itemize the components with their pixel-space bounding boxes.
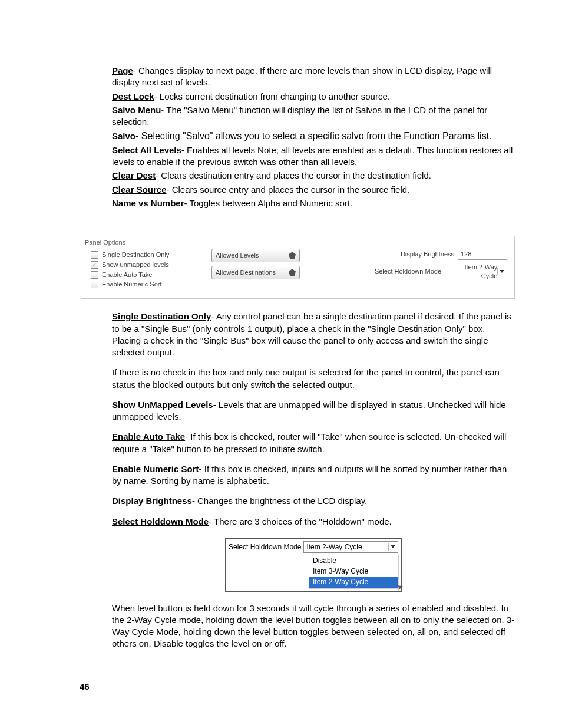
holddown-select[interactable]: Item 2-Way Cycle [445, 262, 507, 282]
checkbox-icon [91, 281, 98, 288]
allowed-levels-button[interactable]: Allowed Levels [211, 249, 300, 262]
hd-label: Select Holddown Mode [229, 542, 301, 552]
checkbox-icon [91, 251, 98, 259]
desc-db: Display Brightness- Changes the brightne… [112, 495, 515, 507]
holddown-label: Select Holddown Mode [375, 267, 441, 276]
hd-option-2way[interactable]: Item 2-Way Cycle [309, 577, 398, 587]
desc-eat: Enable Auto Take- If this box is checked… [112, 431, 515, 455]
def-namevsnum: Name vs Number- Toggles between Alpha an… [112, 197, 515, 209]
def-page: Page- Changes display to next page. If t… [112, 65, 515, 89]
def-salvo: Salvo- Selecting "Salvo" allows you to s… [112, 130, 515, 143]
panel-checkbox-column: Single Destination Only ✓Show unmapped l… [81, 248, 211, 290]
desc-sdo-extra: If there is no check in the box and only… [112, 367, 515, 391]
def-selectall: Select All Levels- Enables all levels No… [112, 144, 515, 169]
panel-button-column: Allowed Levels Allowed Destinations [211, 248, 347, 283]
panel-right-column: Display Brightness 128 Select Holddown M… [347, 248, 514, 284]
checkbox-icon: ✓ [91, 261, 98, 269]
checkbox-auto-take[interactable]: Enable Auto Take [91, 271, 211, 279]
cursor-icon: ➤ [395, 580, 405, 593]
hd-option-disable[interactable]: Disable [309, 555, 398, 566]
edit-icon [289, 269, 296, 276]
checkbox-numeric-sort[interactable]: Enable Numeric Sort [91, 280, 211, 289]
desc-sul: Show UnMapped Levels- Levels that are un… [112, 399, 515, 423]
final-paragraph: When level button is held down for 3 sec… [112, 602, 515, 650]
hd-option-3way[interactable]: Item 3-Way Cycle [309, 566, 398, 577]
def-salvomenu: Salvo Menu- The "Salvo Menu" function wi… [112, 104, 515, 129]
panel-options-title: Panel Options [81, 236, 514, 248]
term-page: Page [112, 65, 133, 75]
def-clearsource: Clear Source- Clears source entry and pl… [112, 184, 515, 196]
panel-options-figure: Panel Options Single Destination Only ✓S… [81, 236, 515, 299]
hd-select[interactable]: Item 2-Way Cycle [303, 541, 398, 553]
text-page: - Changes display to next page. If there… [112, 65, 492, 87]
chevron-down-icon [388, 543, 396, 551]
checkbox-icon [91, 271, 98, 279]
edit-icon [289, 252, 296, 259]
holddown-dropdown-figure: Select Holddown Mode Item 2-Way Cycle Di… [225, 538, 402, 592]
def-destlock: Dest Lock- Locks current destination fro… [112, 91, 515, 103]
checkbox-single-destination[interactable]: Single Destination Only [91, 251, 211, 259]
checkbox-show-unmapped[interactable]: ✓Show unmapped levels [91, 261, 211, 269]
page-number: 46 [80, 681, 90, 693]
hd-options-list: Disable Item 3-Way Cycle Item 2-Way Cycl… [309, 555, 398, 588]
brightness-input[interactable]: 128 [458, 249, 507, 260]
desc-sdo: Single Destination Only- Any control pan… [112, 311, 515, 358]
chevron-down-icon [497, 268, 505, 275]
allowed-destinations-button[interactable]: Allowed Destinations [211, 266, 300, 279]
desc-shm: Select Holddown Mode- There are 3 choice… [112, 516, 515, 528]
desc-ens: Enable Numeric Sort- If this box is chec… [112, 463, 515, 487]
brightness-label: Display Brightness [401, 250, 454, 259]
def-cleardest: Clear Dest- Clears destination entry and… [112, 170, 515, 182]
